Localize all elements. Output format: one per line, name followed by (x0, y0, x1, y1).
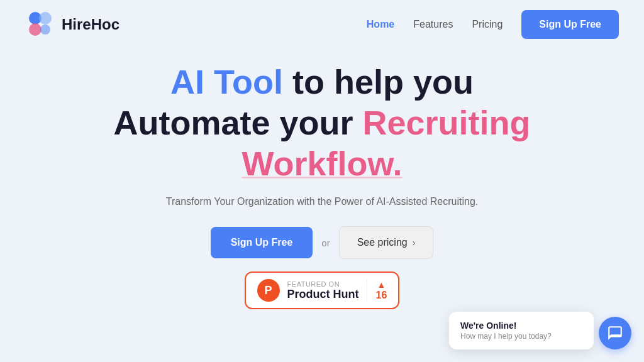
hero-signup-button[interactable]: Sign Up Free (211, 227, 313, 258)
nav-links: Home Features Pricing Sign Up Free (367, 10, 619, 39)
hero-title-colored-3: Workflow. (242, 145, 402, 182)
hero-or-label: or (321, 238, 330, 248)
product-hunt-icon: P (257, 279, 280, 302)
chat-icon (607, 325, 623, 341)
nav-pricing[interactable]: Pricing (472, 19, 502, 30)
vote-count: 16 (376, 290, 387, 301)
hero-pricing-label: See pricing (357, 237, 408, 248)
hero-subtitle: Transform Your Organization with the Pow… (166, 196, 479, 207)
svg-point-2 (29, 23, 42, 36)
hero-pricing-button[interactable]: See pricing › (339, 226, 434, 259)
svg-point-1 (39, 12, 52, 25)
svg-point-3 (40, 25, 50, 35)
chat-bubble-button[interactable] (599, 317, 631, 349)
hero-title-colored-1: AI Tool (170, 63, 283, 101)
product-hunt-votes: ▲ 16 (367, 280, 387, 301)
nav-home[interactable]: Home (367, 19, 394, 30)
product-hunt-featured-label: FEATURED ON (287, 280, 359, 288)
product-hunt-badge[interactable]: P FEATURED ON Product Hunt ▲ 16 (245, 272, 400, 309)
hero-title-plain-1: to help you (283, 63, 474, 101)
hero-title-plain-2: Automate your (113, 104, 362, 141)
hero-title-colored-2: Recruiting (363, 104, 531, 141)
product-hunt-name: Product Hunt (287, 288, 359, 301)
logo: HireHoc (25, 9, 119, 40)
logo-icon (25, 9, 55, 40)
upvote-arrow-icon: ▲ (377, 280, 386, 290)
logo-text: HireHoc (62, 16, 119, 33)
chat-widget-title: We're Online! (460, 321, 582, 331)
nav-features[interactable]: Features (413, 19, 453, 30)
chat-widget: We're Online! How may I help you today? (449, 312, 594, 349)
hero-actions: Sign Up Free or See pricing › (211, 226, 434, 259)
hero-title: AI Tool to help you Automate your Recrui… (113, 62, 530, 184)
navbar: HireHoc Home Features Pricing Sign Up Fr… (0, 0, 644, 49)
chat-widget-subtitle: How may I help you today? (460, 332, 582, 341)
product-hunt-text: FEATURED ON Product Hunt (287, 280, 359, 301)
chevron-right-icon: › (413, 238, 416, 248)
nav-signup-button[interactable]: Sign Up Free (521, 10, 619, 39)
hero-section: AI Tool to help you Automate your Recrui… (0, 49, 644, 309)
